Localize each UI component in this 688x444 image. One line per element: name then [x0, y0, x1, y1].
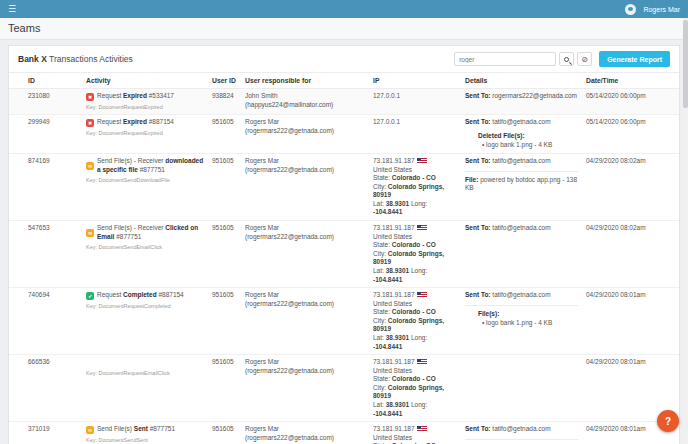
cell-ip: 73.181.91.187 United States State: Color…: [369, 154, 461, 220]
clear-icon: ⊘: [581, 55, 588, 64]
activity-type-icon: ✉: [86, 426, 94, 434]
cell-user-id: 951605: [208, 288, 241, 354]
cell-user-id: 951605: [208, 221, 241, 287]
header-ip: IP: [369, 73, 461, 88]
cell-id: 299949: [18, 115, 82, 153]
cell-ip: 73.181.91.187 United States State: Color…: [369, 422, 461, 444]
us-flag-icon: [417, 359, 427, 365]
cell-user-id: 951605: [208, 154, 241, 220]
header-user-id: User ID: [208, 73, 241, 88]
activity-key: Key: DocumentRequestExpired: [86, 104, 204, 111]
cell-user-responsible: Rogers Mar (rogermars222@getnada.com): [241, 221, 369, 287]
table-body: 231080 ✖ Request Expired #533417 Key: Do…: [9, 89, 679, 444]
file-section: File(s): • powered by botdoc app.png - 1…: [465, 439, 578, 444]
cell-datetime: 04/29/2020 08:01am: [582, 288, 670, 354]
card-title: Bank X Transactions Activities: [18, 54, 133, 64]
cell-ip: 73.181.91.187 United States State: Color…: [369, 355, 461, 421]
cell-ip: 127.0.0.1 State: City: Lat: Long:: [369, 89, 461, 114]
cell-activity: ✉ Send File(s) - Receiver Clicked on Ema…: [82, 221, 208, 287]
sent-to-line: Sent To: tatifo@getnada.com: [465, 425, 578, 434]
generate-report-button[interactable]: Generate Report: [599, 51, 670, 67]
cell-details: Sent To: tatifo@getnada.com Deleted File…: [461, 115, 582, 153]
ip-address: 73.181.91.187: [373, 157, 415, 166]
ip-location: United States State: Colorado - CO City:…: [373, 434, 457, 444]
user-menu[interactable]: Rogers Mar: [643, 6, 680, 13]
activity-key: Key: DocumentSendSent: [86, 437, 204, 444]
clear-search-button[interactable]: ⊘: [577, 52, 592, 66]
activity-title: Request Expired #887154: [97, 118, 174, 127]
cell-datetime: 05/14/2020 06:00pm: [582, 89, 670, 114]
top-bar: ☰ Rogers Mar: [0, 0, 688, 18]
file-section: File: powered by botdoc app.png - 138 KB…: [465, 171, 578, 193]
cell-activity: ✖ Request Expired #533417 Key: DocumentR…: [82, 89, 208, 114]
cell-user-id: 951605: [208, 115, 241, 153]
cell-details: Sent To: tatifo@getnada.com File(s): • l…: [461, 288, 582, 354]
file-section: Deleted File(s): • logo bank 1.png - 4 K…: [465, 130, 578, 150]
ip-address: 127.0.0.1: [373, 118, 400, 127]
activity-title: Request Completed #887154: [97, 291, 184, 300]
help-button[interactable]: ?: [657, 410, 679, 432]
menu-icon[interactable]: ☰: [8, 5, 16, 14]
cell-id: 231080: [18, 89, 82, 114]
cell-user-responsible: John Smith (happyus224@mailinator.com): [241, 89, 369, 114]
cell-user-id: 938824: [208, 89, 241, 114]
ip-location: United States State: Colorado - CO City:…: [373, 300, 457, 351]
cell-id: 666536: [18, 355, 82, 421]
us-flag-icon: [417, 426, 427, 432]
cell-id: 874169: [18, 154, 82, 220]
ip-address: 73.181.91.187: [373, 425, 415, 434]
activity-title: Send File(s) Sent #877751: [97, 425, 175, 434]
activity-type-icon: ✖: [86, 93, 94, 101]
cell-user-responsible: Rogers Mar (rogermars222@getnada.com): [241, 355, 369, 421]
scrollbar-thumb[interactable]: [683, 20, 688, 108]
search-input[interactable]: [454, 52, 556, 66]
activity-key: Key: DocumentSendDownloadFile: [86, 177, 204, 184]
us-flag-icon: [417, 158, 427, 164]
card-title-rest: Transactions Activities: [47, 54, 133, 64]
sent-to-line: Sent To: rogermars222@getnada.com: [465, 92, 578, 101]
transactions-card: Bank X Transactions Activities ⊘ Generat…: [8, 45, 680, 444]
cell-id: 740694: [18, 288, 82, 354]
table-row: 874169 ✉ Send File(s) - Receiver downloa…: [9, 154, 679, 221]
table-header-row: ID Activity User ID User responsible for…: [9, 72, 679, 89]
card-title-bank: Bank X: [18, 54, 47, 64]
table-row: 371019 ✉ Send File(s) Sent #877751 Key: …: [9, 422, 679, 444]
ip-location: United States State: Colorado - CO City:…: [373, 166, 457, 217]
cell-details: Sent To: rogermars222@getnada.com •: [461, 89, 582, 114]
search-button[interactable]: [559, 52, 574, 66]
cell-id: 371019: [18, 422, 82, 444]
cell-details: Sent To: •: [461, 355, 582, 421]
cell-user-responsible: Rogers Mar (rogermars222@getnada.com): [241, 288, 369, 354]
activity-type-icon: ✖: [86, 119, 94, 127]
cell-activity: ✖ Request Expired #887154 Key: DocumentR…: [82, 115, 208, 153]
table-row: 231080 ✖ Request Expired #533417 Key: Do…: [9, 89, 679, 115]
cell-user-id: 951605: [208, 355, 241, 421]
cell-user-responsible: Rogers Mar (rogermars222@getnada.com): [241, 115, 369, 153]
table-row: 740694 ✔ Request Completed #887154 Key: …: [9, 288, 679, 355]
cell-datetime: 04/29/2020 08:02am: [582, 154, 670, 220]
activity-key: Key: DocumentRequestCompleted: [86, 303, 204, 310]
header-user-responsible: User responsible for: [241, 73, 369, 88]
scrollbar-track: [683, 18, 688, 444]
cell-ip: 73.181.91.187 United States State: Color…: [369, 221, 461, 287]
activity-key: Key: DocumentSendEmailClick: [86, 244, 204, 251]
cell-user-responsible: Rogers Mar (rogermars222@getnada.com): [241, 154, 369, 220]
sent-to-line: Sent To: tatifo@getnada.com: [465, 157, 578, 166]
notifications-icon[interactable]: [625, 4, 636, 15]
sent-to-line: Sent To: tatifo@getnada.com: [465, 291, 578, 300]
cell-user-id: 951605: [208, 422, 241, 444]
header-datetime: Date/Time: [582, 73, 670, 88]
ip-address: 127.0.0.1: [373, 92, 400, 101]
search-icon: [564, 57, 569, 62]
ip-location: United States State: Colorado - CO City:…: [373, 367, 457, 418]
activity-key: Key: DocumentRequestEmailClick: [86, 370, 204, 377]
us-flag-icon: [417, 225, 427, 231]
cell-ip: 127.0.0.1 State: City: Lat: Long:: [369, 115, 461, 153]
ip-address: 73.181.91.187: [373, 291, 415, 300]
cell-id: 547653: [18, 221, 82, 287]
sent-to-line: Sent To: tatifo@getnada.com: [465, 118, 578, 127]
cell-datetime: 04/29/2020 08:01am: [582, 422, 670, 444]
header-details: Details: [461, 73, 582, 88]
file-section: File(s): • logo bank 1.png - 4 KB: [465, 305, 578, 328]
activity-type-icon: ✉: [86, 229, 94, 237]
